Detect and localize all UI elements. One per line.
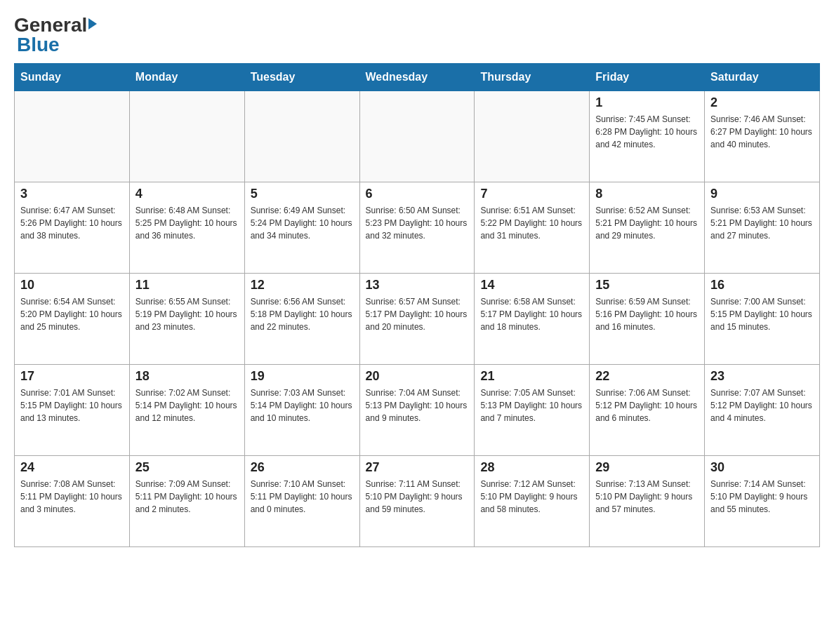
calendar-cell: 13Sunrise: 6:57 AM Sunset: 5:17 PM Dayli… [359, 274, 475, 365]
calendar-cell: 3Sunrise: 6:47 AM Sunset: 5:26 PM Daylig… [15, 182, 130, 274]
day-number: 29 [595, 460, 699, 475]
calendar-cell: 21Sunrise: 7:05 AM Sunset: 5:13 PM Dayli… [475, 365, 590, 456]
day-number: 22 [595, 369, 699, 384]
day-info: Sunrise: 6:56 AM Sunset: 5:18 PM Dayligh… [251, 295, 354, 333]
day-info: Sunrise: 6:55 AM Sunset: 5:19 PM Dayligh… [135, 295, 239, 333]
day-info: Sunrise: 7:06 AM Sunset: 5:12 PM Dayligh… [595, 387, 699, 424]
day-info: Sunrise: 6:54 AM Sunset: 5:20 PM Dayligh… [20, 295, 124, 333]
calendar-cell: 7Sunrise: 6:51 AM Sunset: 5:22 PM Daylig… [475, 182, 590, 274]
calendar-cell: 24Sunrise: 7:08 AM Sunset: 5:11 PM Dayli… [15, 456, 130, 547]
day-number: 30 [710, 460, 814, 475]
calendar-cell: 16Sunrise: 7:00 AM Sunset: 5:15 PM Dayli… [705, 274, 820, 365]
calendar-cell [244, 91, 359, 182]
calendar-week-row: 3Sunrise: 6:47 AM Sunset: 5:26 PM Daylig… [15, 182, 820, 274]
calendar-week-row: 10Sunrise: 6:54 AM Sunset: 5:20 PM Dayli… [15, 274, 820, 365]
calendar-cell: 14Sunrise: 6:58 AM Sunset: 5:17 PM Dayli… [475, 274, 590, 365]
day-number: 9 [710, 187, 814, 201]
calendar-week-row: 1Sunrise: 7:45 AM Sunset: 6:28 PM Daylig… [15, 91, 820, 182]
calendar-cell: 17Sunrise: 7:01 AM Sunset: 5:15 PM Dayli… [15, 365, 130, 456]
day-number: 17 [20, 369, 124, 384]
logo: General Blue [14, 14, 97, 56]
calendar-cell [129, 91, 244, 182]
calendar-cell: 10Sunrise: 6:54 AM Sunset: 5:20 PM Dayli… [15, 274, 130, 365]
day-number: 12 [251, 278, 354, 293]
calendar-cell: 20Sunrise: 7:04 AM Sunset: 5:13 PM Dayli… [359, 365, 475, 456]
page-header: General Blue [14, 14, 820, 56]
calendar-cell: 26Sunrise: 7:10 AM Sunset: 5:11 PM Dayli… [244, 456, 359, 547]
weekday-header-friday: Friday [590, 64, 705, 91]
day-number: 16 [710, 278, 814, 293]
calendar-cell: 30Sunrise: 7:14 AM Sunset: 5:10 PM Dayli… [705, 456, 820, 547]
day-number: 2 [710, 95, 814, 110]
day-info: Sunrise: 6:53 AM Sunset: 5:21 PM Dayligh… [710, 204, 814, 242]
day-info: Sunrise: 7:00 AM Sunset: 5:15 PM Dayligh… [710, 295, 814, 333]
calendar-cell: 6Sunrise: 6:50 AM Sunset: 5:23 PM Daylig… [359, 182, 475, 274]
day-number: 15 [595, 278, 699, 293]
calendar-cell: 23Sunrise: 7:07 AM Sunset: 5:12 PM Dayli… [705, 365, 820, 456]
calendar-cell: 9Sunrise: 6:53 AM Sunset: 5:21 PM Daylig… [705, 182, 820, 274]
day-number: 26 [251, 460, 354, 475]
day-number: 8 [595, 187, 699, 201]
day-number: 21 [480, 369, 583, 384]
day-info: Sunrise: 7:08 AM Sunset: 5:11 PM Dayligh… [20, 478, 124, 516]
day-number: 10 [20, 278, 124, 293]
calendar-cell: 1Sunrise: 7:45 AM Sunset: 6:28 PM Daylig… [590, 91, 705, 182]
day-number: 1 [595, 95, 699, 110]
day-number: 25 [135, 460, 239, 475]
calendar-cell: 27Sunrise: 7:11 AM Sunset: 5:10 PM Dayli… [359, 456, 475, 547]
day-info: Sunrise: 6:49 AM Sunset: 5:24 PM Dayligh… [251, 204, 354, 242]
day-number: 6 [366, 187, 469, 201]
day-info: Sunrise: 6:51 AM Sunset: 5:22 PM Dayligh… [480, 204, 583, 242]
calendar-week-row: 17Sunrise: 7:01 AM Sunset: 5:15 PM Dayli… [15, 365, 820, 456]
calendar-cell [359, 91, 475, 182]
day-info: Sunrise: 6:58 AM Sunset: 5:17 PM Dayligh… [480, 295, 583, 333]
day-number: 27 [366, 460, 469, 475]
day-info: Sunrise: 7:14 AM Sunset: 5:10 PM Dayligh… [710, 478, 814, 516]
day-number: 28 [480, 460, 583, 475]
day-info: Sunrise: 7:12 AM Sunset: 5:10 PM Dayligh… [480, 478, 583, 516]
day-info: Sunrise: 6:50 AM Sunset: 5:23 PM Dayligh… [366, 204, 469, 242]
day-number: 19 [251, 369, 354, 384]
day-number: 24 [20, 460, 124, 475]
day-number: 14 [480, 278, 583, 293]
logo-blue-text: Blue [17, 34, 60, 56]
weekday-header-thursday: Thursday [475, 64, 590, 91]
calendar-cell: 15Sunrise: 6:59 AM Sunset: 5:16 PM Dayli… [590, 274, 705, 365]
calendar-cell: 8Sunrise: 6:52 AM Sunset: 5:21 PM Daylig… [590, 182, 705, 274]
calendar-cell: 28Sunrise: 7:12 AM Sunset: 5:10 PM Dayli… [475, 456, 590, 547]
calendar-cell: 2Sunrise: 7:46 AM Sunset: 6:27 PM Daylig… [705, 91, 820, 182]
day-number: 13 [366, 278, 469, 293]
day-info: Sunrise: 7:09 AM Sunset: 5:11 PM Dayligh… [135, 478, 239, 516]
weekday-header-wednesday: Wednesday [359, 64, 475, 91]
day-info: Sunrise: 7:13 AM Sunset: 5:10 PM Dayligh… [595, 478, 699, 516]
day-info: Sunrise: 7:45 AM Sunset: 6:28 PM Dayligh… [595, 113, 699, 151]
day-info: Sunrise: 7:11 AM Sunset: 5:10 PM Dayligh… [366, 478, 469, 516]
day-info: Sunrise: 7:46 AM Sunset: 6:27 PM Dayligh… [710, 113, 814, 151]
day-number: 4 [135, 187, 239, 201]
logo-arrow-icon [88, 18, 97, 29]
calendar-cell: 19Sunrise: 7:03 AM Sunset: 5:14 PM Dayli… [244, 365, 359, 456]
calendar-week-row: 24Sunrise: 7:08 AM Sunset: 5:11 PM Dayli… [15, 456, 820, 547]
day-info: Sunrise: 7:04 AM Sunset: 5:13 PM Dayligh… [366, 387, 469, 424]
weekday-header-monday: Monday [129, 64, 244, 91]
day-number: 20 [366, 369, 469, 384]
day-info: Sunrise: 6:52 AM Sunset: 5:21 PM Dayligh… [595, 204, 699, 242]
calendar-cell: 5Sunrise: 6:49 AM Sunset: 5:24 PM Daylig… [244, 182, 359, 274]
day-info: Sunrise: 6:48 AM Sunset: 5:25 PM Dayligh… [135, 204, 239, 242]
day-number: 23 [710, 369, 814, 384]
day-info: Sunrise: 7:07 AM Sunset: 5:12 PM Dayligh… [710, 387, 814, 424]
day-info: Sunrise: 6:59 AM Sunset: 5:16 PM Dayligh… [595, 295, 699, 333]
calendar-cell [15, 91, 130, 182]
day-info: Sunrise: 7:10 AM Sunset: 5:11 PM Dayligh… [251, 478, 354, 516]
calendar-cell: 12Sunrise: 6:56 AM Sunset: 5:18 PM Dayli… [244, 274, 359, 365]
day-info: Sunrise: 7:03 AM Sunset: 5:14 PM Dayligh… [251, 387, 354, 424]
calendar-cell: 11Sunrise: 6:55 AM Sunset: 5:19 PM Dayli… [129, 274, 244, 365]
day-number: 18 [135, 369, 239, 384]
day-number: 11 [135, 278, 239, 293]
calendar-table: SundayMondayTuesdayWednesdayThursdayFrid… [14, 63, 820, 547]
calendar-cell: 22Sunrise: 7:06 AM Sunset: 5:12 PM Dayli… [590, 365, 705, 456]
calendar-cell: 18Sunrise: 7:02 AM Sunset: 5:14 PM Dayli… [129, 365, 244, 456]
day-number: 5 [251, 187, 354, 201]
calendar-cell [475, 91, 590, 182]
calendar-cell: 29Sunrise: 7:13 AM Sunset: 5:10 PM Dayli… [590, 456, 705, 547]
